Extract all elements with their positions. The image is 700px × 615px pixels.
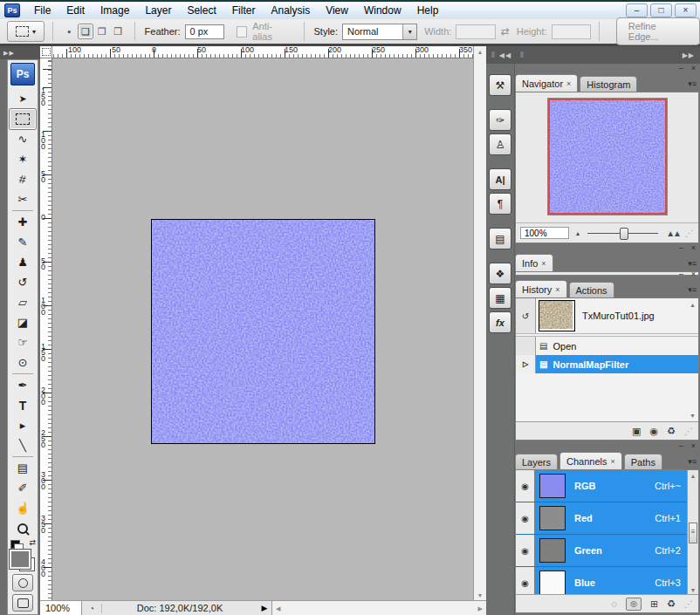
navigator-preview[interactable] [548, 99, 667, 215]
subtract-from-selection-button[interactable]: ❐ [94, 24, 109, 38]
channels-scrollbar[interactable]: ▲ ≡ ▼ [687, 470, 698, 596]
panel-menu-icon[interactable]: ▾≡ [681, 259, 699, 271]
tab-history[interactable]: History × [515, 280, 567, 297]
brush-tool[interactable]: ✎ [10, 232, 36, 252]
styles-panel-button[interactable]: fx [489, 311, 511, 333]
screen-mode-button[interactable] [12, 594, 33, 612]
path-selection-tool[interactable]: ▸ [10, 415, 36, 435]
menu-view[interactable]: View [318, 3, 356, 17]
width-input[interactable] [456, 24, 495, 39]
eyedropper-tool[interactable]: ✐ [10, 478, 36, 498]
history-brush-tool[interactable]: ↺ [10, 272, 36, 292]
scroll-up-icon[interactable]: ▲ [690, 302, 696, 308]
ps-logo-button[interactable]: Ps [10, 63, 35, 85]
slice-tool[interactable]: ✂ [10, 189, 36, 209]
gradient-tool[interactable]: ◪ [10, 312, 36, 332]
tab-channels[interactable]: Channels × [559, 452, 622, 469]
history-source-thumbnail[interactable] [539, 300, 575, 331]
smudge-tool[interactable]: ☞ [10, 332, 36, 352]
ruler-corner[interactable] [40, 46, 52, 58]
tab-close-icon[interactable]: × [611, 457, 615, 466]
panel-minimize-icon[interactable]: – [679, 270, 683, 278]
restore-button[interactable]: □ [650, 3, 672, 17]
zoom-out-icon[interactable]: ▴ [576, 229, 580, 237]
vertical-ruler[interactable]: 150 100 50 0 50 100 150 200 250 300 350 … [40, 58, 52, 600]
new-snapshot-icon[interactable]: ◉ [650, 426, 659, 437]
move-tool[interactable]: ➤ [10, 89, 36, 109]
anti-alias-checkbox[interactable] [237, 26, 248, 38]
rectangular-marquee-tool[interactable] [10, 109, 36, 129]
load-selection-icon[interactable]: ◌ [611, 598, 617, 609]
clone-source-panel-button[interactable]: ♙ [489, 133, 511, 155]
close-button[interactable]: × [675, 3, 697, 17]
menu-image[interactable]: Image [93, 3, 137, 17]
foreground-color-swatch[interactable] [10, 550, 31, 569]
menu-window[interactable]: Window [356, 3, 409, 17]
tab-actions[interactable]: Actions [569, 282, 614, 297]
height-input[interactable] [552, 24, 591, 39]
panel-menu-icon[interactable]: ▾≡ [681, 285, 699, 297]
intersect-selection-button[interactable]: ❒ [111, 24, 126, 38]
hand-tool[interactable]: ☝ [10, 498, 36, 518]
swap-colors-icon[interactable]: ⇄ [29, 538, 36, 547]
visibility-toggle[interactable]: ◉ [516, 535, 535, 566]
panel-menu-icon[interactable]: ▾≡ [681, 79, 699, 92]
character-panel-button[interactable]: A| [489, 168, 511, 190]
clone-stamp-tool[interactable]: ♟ [10, 252, 36, 272]
tool-dock-header[interactable]: ▶▶ [0, 46, 40, 59]
menu-layer[interactable]: Layer [137, 3, 179, 17]
horizontal-ruler[interactable]: 100 50 0 50 100 150 200 250 300 350 [52, 46, 473, 58]
quick-mask-button[interactable] [12, 574, 33, 591]
visibility-toggle[interactable]: ◉ [516, 502, 535, 534]
slider-thumb[interactable] [620, 228, 628, 240]
menu-help[interactable]: Help [409, 3, 447, 17]
menu-analysis[interactable]: Analysis [263, 3, 318, 17]
eraser-tool[interactable]: ▱ [10, 292, 36, 312]
menu-select[interactable]: Select [179, 3, 223, 17]
refine-edge-button[interactable]: Refine Edge... [616, 17, 700, 45]
magic-wand-tool[interactable]: ✶ [10, 149, 36, 169]
version-cue-icon[interactable]: ◔ [82, 604, 102, 613]
panel-minimize-icon[interactable]: – [679, 243, 683, 252]
zoom-tool[interactable] [10, 518, 36, 538]
resize-grip-icon[interactable]: ⋰ [685, 229, 694, 238]
zoom-level-field[interactable]: 100% [40, 601, 82, 615]
tab-close-icon[interactable]: × [541, 259, 546, 268]
panel-minimize-icon[interactable]: – [679, 441, 683, 450]
style-select[interactable]: Normal ▾ [342, 24, 417, 40]
scrollbar-thumb[interactable]: ≡ [689, 523, 697, 543]
panel-dock-header[interactable]: ⫴ ◀◀ ⫴ ▶▶ [486, 46, 700, 64]
panel-close-icon[interactable]: × [691, 270, 696, 278]
add-to-selection-button[interactable]: ❏ [79, 24, 93, 38]
feather-input[interactable]: 0 px [185, 24, 224, 39]
panel-close-icon[interactable]: × [691, 243, 696, 252]
paragraph-panel-button[interactable]: ¶ [489, 193, 511, 215]
tab-histogram[interactable]: Histogram [580, 76, 637, 92]
vertical-scrollbar[interactable]: ▲ ▼ [473, 46, 486, 600]
new-document-from-state-icon[interactable]: ▣ [632, 426, 641, 437]
history-state-normalmapfilter[interactable]: ▷ ▤ NormalMapFilter [516, 355, 698, 373]
menu-file[interactable]: File [26, 3, 58, 17]
new-channel-icon[interactable]: ⊞ [650, 598, 658, 610]
layer-comps-panel-button[interactable]: ▤ [489, 228, 511, 249]
crop-tool[interactable]: # [10, 169, 36, 189]
scroll-up-icon[interactable]: ▲ [474, 49, 486, 55]
tab-close-icon[interactable]: × [566, 79, 571, 88]
zoom-in-icon[interactable]: ▲▲ [666, 229, 680, 238]
brushes-panel-button[interactable]: ✑ [489, 109, 511, 131]
channel-row-red[interactable]: ◉ Red Ctrl+1 [516, 502, 698, 535]
tool-preset-picker[interactable]: ▾ [7, 21, 45, 42]
navigator-zoom-slider[interactable] [587, 233, 658, 234]
history-brush-source-well[interactable]: ↺ [516, 298, 536, 333]
panel-minimize-icon[interactable]: – [679, 64, 683, 72]
channel-row-rgb[interactable]: ◉ RGB Ctrl+~ [516, 470, 698, 502]
scroll-left-icon[interactable]: ◀ [276, 605, 280, 612]
scroll-down-icon[interactable]: ▼ [474, 592, 486, 598]
scroll-down-icon[interactable]: ▼ [690, 413, 696, 419]
tab-paths[interactable]: Paths [624, 454, 662, 469]
navigator-zoom-field[interactable]: 100% [520, 227, 569, 239]
horizontal-scrollbar[interactable]: ◀ ▶ [272, 601, 486, 615]
healing-brush-tool[interactable]: ✚ [10, 212, 36, 232]
document-image[interactable] [151, 219, 375, 444]
status-flyout-icon[interactable]: ▶ [257, 601, 272, 615]
